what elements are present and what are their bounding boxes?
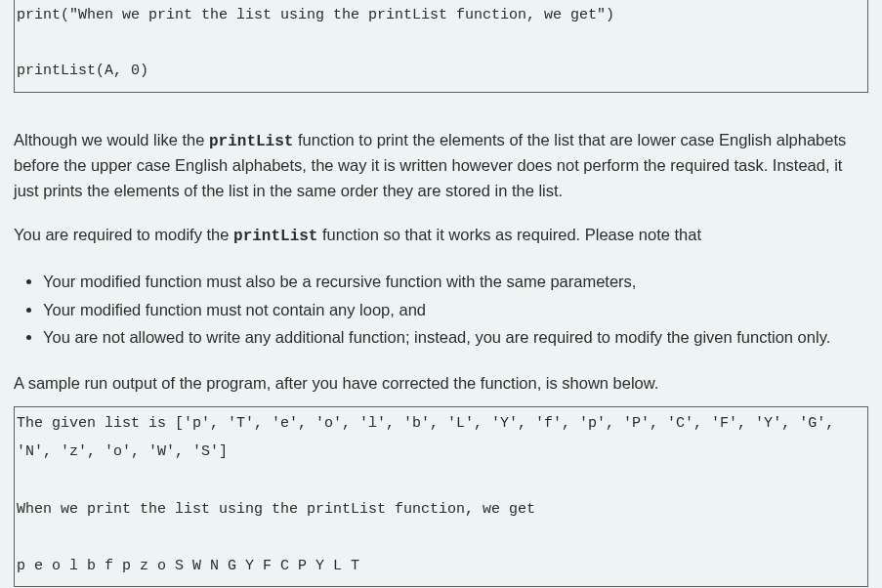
text-segment: function so that it works as required. P… — [317, 226, 701, 243]
text-segment: You are required to modify the — [14, 226, 233, 243]
text-segment: Although we would like the — [14, 131, 209, 148]
paragraph-description: Although we would like the printList fun… — [14, 128, 868, 204]
inline-code-funcname: printList — [209, 133, 293, 150]
code-block-output: The given list is ['p', 'T', 'e', 'o', '… — [14, 406, 868, 588]
requirements-list: Your modified function must also be a re… — [14, 269, 868, 350]
list-item: You are not allowed to write any additio… — [43, 324, 868, 350]
list-item: Your modified function must not contain … — [43, 297, 868, 322]
paragraph-sample-intro: A sample run output of the program, afte… — [14, 371, 868, 397]
paragraph-task: You are required to modify the printList… — [14, 223, 868, 249]
list-item: Your modified function must also be a re… — [43, 269, 868, 294]
inline-code-funcname: printList — [233, 228, 317, 245]
document-page: print("When we print the list using the … — [0, 0, 882, 588]
code-block-top: print("When we print the list using the … — [14, 0, 868, 93]
